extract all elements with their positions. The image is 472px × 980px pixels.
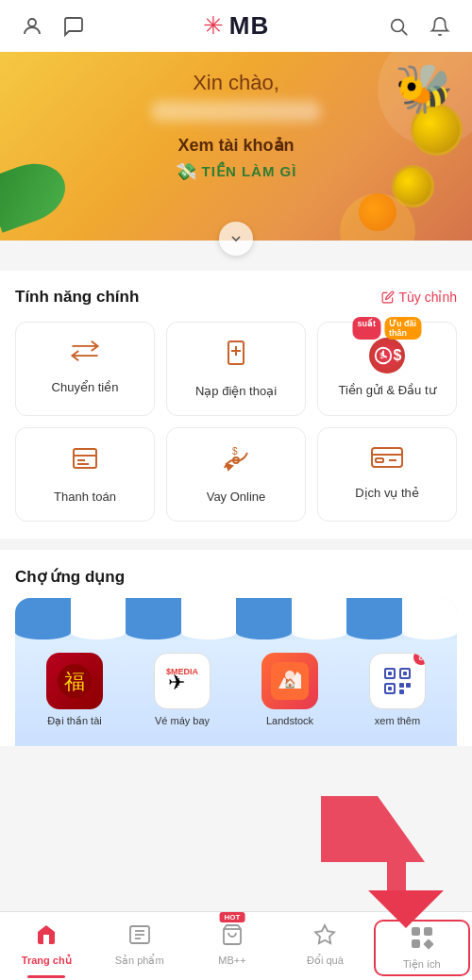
section-title: Tính năng chính [15,288,139,307]
feature-chuyen-tien[interactable]: Chuyển tiền [15,322,155,416]
svg-line-2 [402,30,407,35]
svg-point-1 [392,19,404,31]
feature-tien-gui-dau-tu[interactable]: suất Ưu đãi thân $ $ Tiền gửi & Đầu tư [317,322,457,416]
feature-vay-online[interactable]: $ Vay Online [166,427,306,522]
awning-stripe-7 [346,598,402,626]
tien-gui-dau-tu-label: Tiền gửi & Đầu tư [338,383,435,399]
tien-lam-gi-text: TIỀN LÀM GÌ [202,163,297,180]
tuy-chinh-button[interactable]: Tùy chỉnh [381,290,457,305]
app-header: ✳ MB [0,0,472,52]
cho-section-title: Chợ ứng dụng [15,567,457,587]
hero-greeting: Xin chào, [19,71,453,95]
svg-rect-49 [412,939,420,948]
hero-view-account[interactable]: Xem tài khoản [19,135,453,156]
mb-plus-plus-label: MB++ [218,955,245,966]
logo-star-icon: ✳ [203,11,224,41]
badge-suat: suất [353,317,381,340]
cho-ung-dung-section: Chợ ứng dụng [0,550,472,746]
svg-rect-40 [399,689,404,694]
market-awning-scallop [15,625,457,639]
trang-chu-active-bar [27,975,65,978]
chuyen-tien-icon [69,338,101,371]
app-landstock[interactable]: 🏠 Landstock [240,653,340,727]
nap-dien-thoai-icon [221,338,251,374]
san-pham-icon [128,923,151,952]
search-icon[interactable] [385,13,412,40]
thanh-toan-icon [70,443,100,480]
awning-stripe-1 [15,598,71,626]
feature-grid: Chuyển tiền Nạp điện thoại suất Ưu đãi t… [15,322,457,522]
feature-thanh-toan[interactable]: Thanh toán [15,427,155,522]
chat-icon[interactable] [60,13,87,40]
svg-rect-38 [399,683,404,688]
app-logo: ✳ MB [203,11,269,41]
orange-decoration [359,193,396,231]
landstock-icon: 🏠 [261,653,318,709]
xem-them-icon: 8 [369,653,426,709]
market-awning [15,598,457,626]
xem-them-badge: 8 [413,653,426,665]
tien-ich-label: Tiện ích [403,958,441,971]
nav-tien-ich[interactable]: Tiện ích [374,920,470,976]
badge-uu-dai: Ưu đãi thân [384,317,422,340]
app-ve-may-bay[interactable]: $MEDIA ✈ Vé máy bay [132,653,232,727]
header-right-icons [385,13,453,40]
trang-chu-icon [35,923,58,952]
vay-online-icon: $ [219,443,253,480]
svg-rect-34 [403,672,407,675]
svg-rect-28 [379,662,416,700]
feature-dich-vu-the[interactable]: Dịch vụ thẻ [317,427,457,522]
header-left-icons [19,13,87,40]
awning-stripe-4 [181,598,237,626]
svg-text:🏠: 🏠 [284,677,296,689]
hot-badge: HOT [220,912,245,922]
hero-banner: 🐝 Xin chào, Xem tài khoản 💸 TIỀN LÀM GÌ [0,52,472,241]
svg-text:$: $ [232,446,238,457]
dai-than-tai-icon: 福 [46,653,103,709]
market-container: 福 Đại thần tài $MEDIA ✈ Vé máy bay [15,598,457,746]
section-header: Tính năng chính Tùy chỉnh [15,288,457,307]
xem-them-label: xem thêm [375,715,420,726]
awning-stripe-3 [126,598,181,626]
ve-may-bay-label: Vé máy bay [155,715,210,726]
expand-button[interactable] [219,222,253,256]
app-xem-them[interactable]: 8 xem thêm [347,653,447,727]
dich-vu-the-icon [370,443,404,476]
dai-than-tai-label: Đại thần tài [47,715,101,727]
svg-rect-39 [406,683,411,688]
app-dai-than-tai[interactable]: 福 Đại thần tài [25,653,125,727]
nav-san-pham[interactable]: Sản phẩm [93,920,185,971]
svg-rect-31 [388,672,392,675]
bee-decoration: 🐝 [395,61,453,116]
svg-rect-47 [412,927,420,936]
dich-vu-the-label: Dịch vụ thẻ [355,486,419,502]
market-apps-grid: 福 Đại thần tài $MEDIA ✈ Vé máy bay [15,639,457,746]
svg-text:福: 福 [64,670,85,693]
svg-marker-46 [315,925,334,943]
svg-text:✈: ✈ [168,671,185,694]
nav-mb-plus-plus[interactable]: HOT MB++ [186,920,278,970]
landstock-label: Landstock [266,715,313,726]
vay-online-label: Vay Online [207,490,266,506]
main-features-section: Tính năng chính Tùy chỉnh Chuyển tiền [0,271,472,539]
bottom-navigation: Trang chủ Sản phẩm HOT MB++ [0,911,472,980]
nav-doi-qua[interactable]: Đổi quà [278,920,371,971]
feature-nap-dien-thoai[interactable]: Nạp điện thoại [166,322,306,416]
svg-rect-16 [372,448,402,467]
logo-text: MB [229,11,269,41]
ve-may-bay-icon: $MEDIA ✈ [154,653,211,709]
bell-icon[interactable] [427,13,453,40]
thanh-toan-label: Thanh toán [54,490,116,506]
user-icon[interactable] [19,13,45,40]
doi-qua-label: Đổi quà [307,955,344,967]
nap-dien-thoai-label: Nạp điện thoại [195,384,277,400]
tien-gui-badges: suất Ưu đãi thân [353,317,422,340]
tuy-chinh-label: Tùy chỉnh [398,290,457,305]
nav-trang-chu[interactable]: Trang chủ [0,920,93,971]
hero-account-blur [151,101,321,122]
coin-decoration-2 [392,165,434,208]
svg-rect-48 [424,927,432,936]
chuyen-tien-label: Chuyển tiền [52,380,119,396]
hero-tien-lam-gi[interactable]: 💸 TIỀN LÀM GÌ [19,161,453,182]
awning-stripe-8 [402,598,458,626]
